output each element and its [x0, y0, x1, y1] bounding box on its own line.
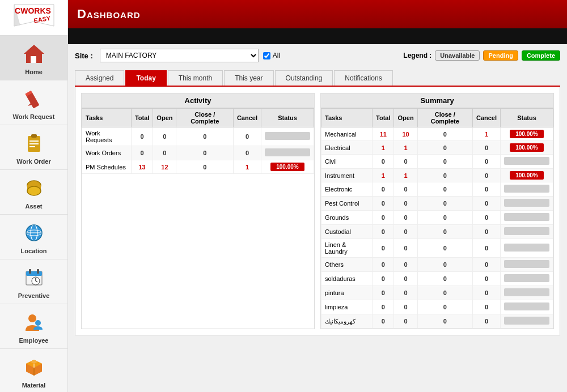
- status-cell: [500, 155, 553, 169]
- all-checkbox-container: All: [263, 52, 280, 59]
- legend-complete: Complete: [522, 50, 560, 61]
- task-name: Civil: [321, 155, 373, 169]
- tab-assigned[interactable]: Assigned: [75, 70, 124, 86]
- summary-col-open: Open: [394, 109, 417, 127]
- cancel-val: 0: [472, 141, 500, 155]
- open-val: 0: [394, 197, 417, 211]
- open-val: 10: [394, 127, 417, 141]
- tab-outstanding[interactable]: Outstanding: [275, 70, 333, 86]
- status-empty: [504, 244, 549, 252]
- status-empty: [265, 148, 310, 156]
- cancel-val: 0: [472, 272, 500, 286]
- task-name: soldaduras: [321, 272, 373, 286]
- total-val: 0: [373, 155, 394, 169]
- status-cell: [500, 300, 553, 314]
- open-val: 1: [394, 169, 417, 182]
- material-label: Material: [22, 382, 46, 389]
- cancel-val: 0: [233, 127, 261, 146]
- cancel-val: 0: [472, 155, 500, 169]
- svg-rect-13: [29, 146, 35, 147]
- total-val: 0: [373, 314, 394, 329]
- site-row: Site : MAIN FACTORY All: [75, 49, 280, 62]
- summary-row: Mechanical 11 10 0 1 100.00%: [321, 127, 553, 141]
- close-val: 0: [417, 197, 472, 211]
- status-cell: 100.00%: [500, 169, 553, 182]
- close-val: 0: [417, 239, 472, 258]
- cancel-val: 0: [472, 239, 500, 258]
- total-val: 1: [373, 141, 394, 155]
- legend-unavailable: Unavailable: [435, 50, 480, 61]
- task-name: كهرومیكانیك: [321, 314, 373, 329]
- total-val: 0: [373, 272, 394, 286]
- status-empty: [504, 288, 549, 296]
- total-val: 0: [373, 182, 394, 197]
- home-label: Home: [25, 69, 43, 75]
- sidebar-item-home[interactable]: Home: [0, 36, 67, 80]
- total-val: 0: [373, 300, 394, 314]
- summary-row: soldaduras 0 0 0 0: [321, 272, 553, 286]
- content-area: Site : MAIN FACTORY All Legend : Unavail…: [68, 44, 567, 392]
- activity-panel-header: Activity: [82, 93, 314, 108]
- tab-this-year[interactable]: This year: [224, 70, 273, 86]
- summary-row: Instrument 1 1 0 0 100.00%: [321, 169, 553, 182]
- cancel-val: 0: [233, 146, 261, 160]
- summary-row: Civil 0 0 0 0: [321, 155, 553, 169]
- summary-row: Pest Control 0 0 0 0: [321, 197, 553, 211]
- legend-label: Legend :: [403, 52, 431, 59]
- summary-row: كهرومیكانیك 0 0 0 0: [321, 314, 553, 329]
- tab-this-month[interactable]: This month: [168, 70, 223, 86]
- sidebar-item-work-request[interactable]: Work Request: [0, 80, 67, 125]
- summary-row: Linen & Laundry 0 0 0 0: [321, 239, 553, 258]
- status-badge: 100.00%: [270, 163, 304, 171]
- sidebar-item-work-order[interactable]: Work Order: [0, 125, 67, 170]
- status-cell: [500, 286, 553, 300]
- work-order-label: Work Order: [16, 158, 50, 165]
- close-val: 0: [176, 127, 233, 146]
- dashboard-panels: Activity Tasks Total Open Close / Comple…: [75, 87, 560, 335]
- asset-label: Asset: [26, 203, 43, 210]
- activity-col-status: Status: [261, 109, 314, 127]
- open-val: 0: [394, 272, 417, 286]
- status-empty: [504, 260, 549, 268]
- svg-rect-5: [31, 56, 36, 63]
- close-val: 0: [176, 160, 233, 174]
- legend-pending: Pending: [483, 50, 518, 61]
- black-bar: [68, 28, 567, 44]
- status-empty: [504, 213, 549, 221]
- total-val: 13: [131, 160, 153, 174]
- summary-panel: Summary Tasks Total Open Close / Complet…: [320, 93, 554, 329]
- open-val: 1: [394, 141, 417, 155]
- tab-notifications[interactable]: Notifications: [334, 70, 392, 86]
- status-badge: 100.00%: [510, 143, 544, 152]
- sidebar-item-preventive[interactable]: Preventive: [0, 259, 67, 304]
- total-val: 0: [131, 146, 153, 160]
- status-cell: 100.00%: [500, 141, 553, 155]
- task-name: Linen & Laundry: [321, 239, 373, 258]
- sidebar-item-asset[interactable]: Asset: [0, 170, 67, 215]
- open-val: 0: [153, 146, 176, 160]
- status-empty: [504, 317, 549, 325]
- status-cell: [500, 211, 553, 225]
- close-val: 0: [417, 211, 472, 225]
- all-checkbox[interactable]: [263, 52, 270, 59]
- status-empty: [504, 227, 549, 235]
- open-val: 0: [394, 286, 417, 300]
- open-val: 0: [394, 239, 417, 258]
- svg-point-32: [35, 320, 41, 326]
- close-val: 0: [417, 258, 472, 272]
- cancel-val: 0: [472, 197, 500, 211]
- main-content: Dashboard Site : MAIN FACTORY All Legend…: [68, 0, 567, 392]
- close-val: 0: [417, 225, 472, 239]
- location-label: Location: [21, 248, 47, 254]
- sidebar-item-employee[interactable]: Employee: [0, 304, 67, 349]
- sidebar-item-location[interactable]: Location: [0, 215, 67, 259]
- summary-row: Custodial 0 0 0 0: [321, 225, 553, 239]
- home-icon: [22, 41, 46, 66]
- close-val: 0: [417, 141, 472, 155]
- status-badge: 100.00%: [510, 130, 544, 138]
- sidebar-item-material[interactable]: Material: [0, 349, 67, 392]
- site-select[interactable]: MAIN FACTORY: [100, 49, 259, 62]
- cancel-val: 0: [472, 258, 500, 272]
- summary-row: pintura 0 0 0 0: [321, 286, 553, 300]
- tab-today[interactable]: Today: [125, 70, 166, 86]
